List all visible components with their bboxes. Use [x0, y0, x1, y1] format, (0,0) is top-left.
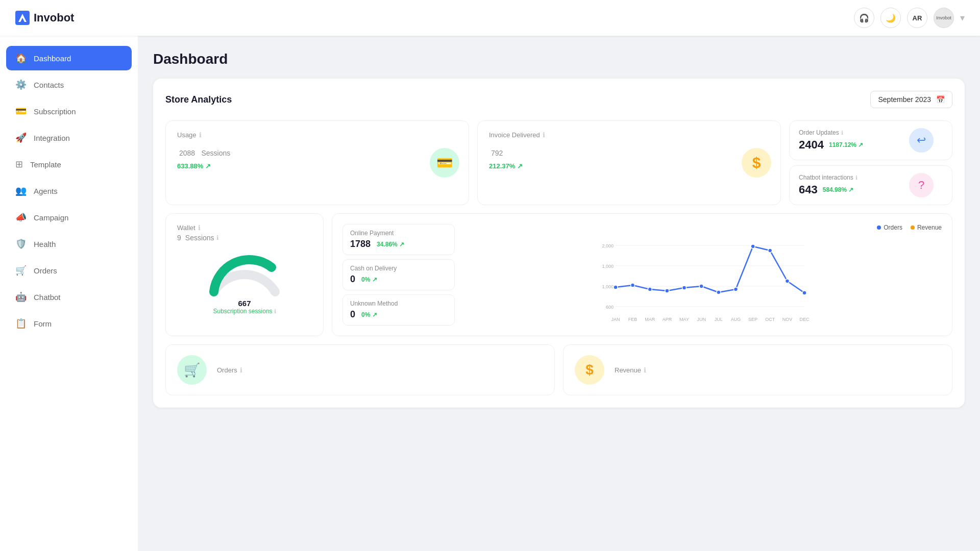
sidebar-item-integration[interactable]: 🚀 Integration: [6, 126, 132, 150]
order-updates-card: Order Updates ℹ 2404 1187.12% ↗ ↩: [789, 120, 952, 160]
svg-text:JUL: JUL: [715, 317, 723, 322]
logo-icon: [15, 11, 30, 25]
orders-legend-dot: [877, 226, 881, 230]
donut-chart: 667 Subscription sessions ℹ: [177, 246, 312, 315]
sidebar-label-form: Form: [34, 319, 52, 328]
usage-pct: 633.88% ↗: [177, 162, 457, 170]
sidebar-item-subscription[interactable]: 💳 Subscription: [6, 99, 132, 123]
usage-trend-icon: ↗: [205, 162, 211, 170]
campaign-icon: 📣: [15, 212, 27, 223]
user-avatar[interactable]: Invobot: [934, 8, 954, 28]
wallet-card: Wallet ℹ 9 Sessions ℹ: [165, 213, 324, 336]
donut-info-icon: ℹ: [274, 308, 276, 315]
order-updates-icon: ↩: [909, 128, 934, 153]
sidebar-label-contacts: Contacts: [34, 81, 64, 89]
right-metric-stack: Order Updates ℹ 2404 1187.12% ↗ ↩: [789, 120, 952, 205]
svg-point-26: [682, 286, 687, 290]
integration-icon: 🚀: [15, 132, 27, 143]
order-updates-info-icon: ℹ: [841, 130, 843, 136]
header: Invobot 🎧 🌙 AR Invobot ▾: [0, 0, 980, 36]
wallet-value: 9 Sessions ℹ: [177, 234, 312, 242]
svg-text:OCT: OCT: [765, 317, 775, 322]
cod-payment-pct: 0% ↗: [361, 276, 377, 283]
svg-point-33: [802, 291, 806, 295]
sidebar-item-health[interactable]: 🛡️ Health: [6, 232, 132, 256]
chart-legend: Orders Revenue: [463, 224, 942, 231]
orders-icon: 🛒: [15, 265, 27, 276]
usage-card: Usage ℹ 2088 Sessions 633.88% ↗ 💳: [165, 120, 469, 205]
cod-payment-value: 0: [350, 274, 355, 285]
usage-icon: 💳: [430, 148, 459, 178]
chatbot-info-icon: ℹ: [855, 174, 857, 181]
chatbot-icon: 🤖: [15, 291, 27, 303]
unknown-payment-item: Unknown Method 0 0% ↗: [342, 294, 455, 325]
date-picker[interactable]: September 2023 📅: [870, 91, 952, 108]
dashboard-icon: 🏠: [15, 53, 27, 64]
sidebar-label-integration: Integration: [34, 134, 70, 142]
logo: Invobot: [15, 11, 74, 25]
revenue-legend: Revenue: [911, 224, 942, 231]
sidebar-label-campaign: Campaign: [34, 213, 68, 222]
sidebar-item-chatbot[interactable]: 🤖 Chatbot: [6, 285, 132, 309]
revenue-bottom-info: Revenue ℹ: [615, 366, 646, 374]
usage-value: 2088 Sessions: [177, 142, 457, 159]
sidebar-item-agents[interactable]: 👥 Agents: [6, 179, 132, 203]
analytics-header: Store Analytics September 2023 📅: [165, 91, 952, 108]
agents-icon: 👥: [15, 185, 27, 196]
svg-point-27: [699, 284, 703, 288]
revenue-bottom-label: Revenue ℹ: [615, 366, 646, 374]
orders-bottom-label: Orders ℹ: [217, 366, 242, 374]
headset-button[interactable]: 🎧: [854, 8, 874, 28]
chatbot-card: Chatbot interactions ℹ 643 584.98% ↗ ?: [789, 165, 952, 205]
sidebar-label-health: Health: [34, 240, 56, 248]
sidebar-item-contacts[interactable]: ⚙️ Contacts: [6, 72, 132, 97]
sidebar-item-form[interactable]: 📋 Form: [6, 311, 132, 336]
health-icon: 🛡️: [15, 238, 27, 249]
revenue-info-icon: ℹ: [644, 366, 646, 374]
unknown-payment-value: 0: [350, 309, 355, 320]
calendar-icon: 📅: [936, 95, 945, 104]
sidebar-label-template: Template: [30, 160, 61, 169]
invoice-icon: $: [742, 148, 771, 178]
usage-label: Usage ℹ: [177, 131, 457, 139]
online-payment-pct: 34.86% ↗: [377, 241, 404, 248]
sidebar-item-template[interactable]: ⊞ Template: [6, 152, 132, 177]
language-button[interactable]: AR: [907, 8, 927, 28]
unknown-payment-pct: 0% ↗: [361, 311, 377, 318]
wallet-info-icon: ℹ: [198, 224, 201, 232]
sidebar-label-dashboard: Dashboard: [34, 54, 71, 63]
page-title: Dashboard: [153, 51, 965, 67]
donut-sublabel: Subscription sessions ℹ: [213, 308, 276, 315]
orders-info-icon: ℹ: [240, 366, 242, 374]
donut-svg: [204, 246, 285, 297]
svg-text:MAR: MAR: [645, 317, 655, 322]
invoice-value: 792: [489, 142, 769, 159]
orders-bottom-card: 🛒 Orders ℹ: [165, 344, 555, 395]
donut-value: 667: [238, 299, 251, 308]
svg-text:1,000: 1,000: [602, 264, 614, 269]
metrics-row-top: Usage ℹ 2088 Sessions 633.88% ↗ 💳: [165, 120, 952, 205]
line-chart-svg: 600 1,000 1,000 2,000 JANFEBMARAPRMAYJUN…: [463, 235, 942, 322]
subscription-icon: 💳: [15, 106, 27, 117]
revenue-bottom-card: $ Revenue ℹ: [563, 344, 952, 395]
svg-point-32: [785, 279, 789, 283]
sidebar-item-orders[interactable]: 🛒 Orders: [6, 258, 132, 283]
contacts-icon: ⚙️: [15, 79, 27, 90]
header-actions: 🎧 🌙 AR Invobot ▾: [854, 8, 965, 28]
orders-bottom-icon: 🛒: [177, 355, 207, 385]
wallet-label: Wallet ℹ: [177, 224, 312, 232]
avatar-dropdown-icon[interactable]: ▾: [960, 12, 965, 23]
svg-text:FEB: FEB: [628, 317, 638, 322]
sidebar-label-subscription: Subscription: [34, 107, 76, 116]
main-content: Dashboard Store Analytics September 2023…: [138, 36, 980, 551]
svg-point-28: [717, 290, 721, 294]
svg-point-23: [631, 283, 635, 287]
usage-info-icon: ℹ: [199, 131, 202, 139]
chatbot-pct: 584.98% ↗: [823, 186, 854, 193]
payment-chart-card: Online Payment 1788 34.86% ↗ Cash on Del…: [332, 213, 952, 336]
orders-bottom-info: Orders ℹ: [217, 366, 242, 374]
online-payment-label: Online Payment: [350, 230, 447, 237]
dark-mode-button[interactable]: 🌙: [880, 8, 901, 28]
sidebar-item-dashboard[interactable]: 🏠 Dashboard: [6, 46, 132, 70]
sidebar-item-campaign[interactable]: 📣 Campaign: [6, 205, 132, 230]
